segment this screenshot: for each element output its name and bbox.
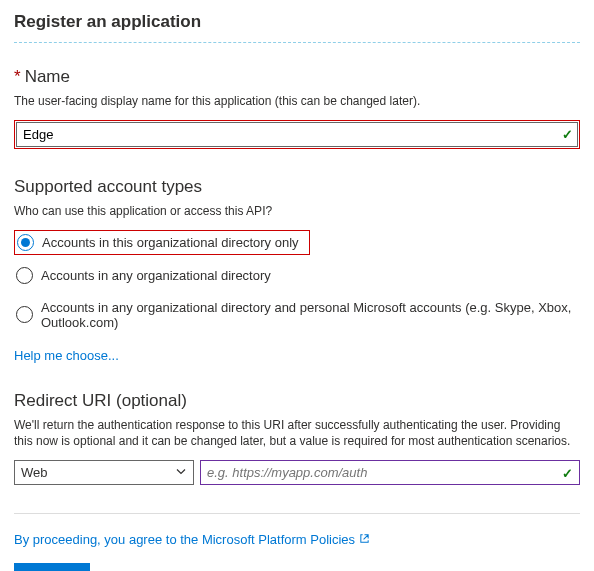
- radio-option-any-org[interactable]: Accounts in any organizational directory: [14, 263, 580, 288]
- check-icon: ✓: [562, 465, 573, 480]
- account-types-section: Supported account types Who can use this…: [14, 177, 580, 363]
- radio-icon: [17, 234, 34, 251]
- redirect-uri-section: Redirect URI (optional) We'll return the…: [14, 391, 580, 486]
- header-separator: [14, 42, 580, 43]
- chevron-down-icon: [175, 465, 187, 480]
- page-title: Register an application: [14, 12, 580, 42]
- redirect-uri-input[interactable]: [201, 461, 579, 484]
- redirect-type-select[interactable]: Web: [14, 460, 194, 485]
- account-types-helper: Who can use this application or access t…: [14, 203, 580, 220]
- platform-policies-link[interactable]: By proceeding, you agree to the Microsof…: [14, 532, 370, 547]
- redirect-heading: Redirect URI (optional): [14, 391, 580, 411]
- radio-icon: [16, 267, 33, 284]
- name-section: *Name The user-facing display name for t…: [14, 67, 580, 149]
- account-types-heading: Supported account types: [14, 177, 580, 197]
- platform-policies-text: By proceeding, you agree to the Microsof…: [14, 532, 355, 547]
- help-me-choose-link[interactable]: Help me choose...: [14, 348, 119, 363]
- name-heading: *Name: [14, 67, 580, 87]
- name-input[interactable]: [16, 122, 578, 147]
- radio-label: Accounts in any organizational directory: [41, 268, 271, 283]
- register-button[interactable]: Register: [14, 563, 90, 571]
- account-types-radio-group: Accounts in this organizational director…: [14, 230, 580, 334]
- radio-label: Accounts in this organizational director…: [42, 235, 299, 250]
- radio-label: Accounts in any organizational directory…: [41, 300, 578, 330]
- redirect-type-value: Web: [21, 465, 48, 480]
- name-input-wrapper: ✓: [14, 120, 580, 149]
- radio-icon: [16, 306, 33, 323]
- radio-option-org-only[interactable]: Accounts in this organizational director…: [14, 230, 310, 255]
- footer-separator: [14, 513, 580, 514]
- check-icon: ✓: [562, 127, 573, 142]
- redirect-uri-row: Web ✓: [14, 460, 580, 485]
- radio-option-any-org-personal[interactable]: Accounts in any organizational directory…: [14, 296, 580, 334]
- redirect-helper: We'll return the authentication response…: [14, 417, 580, 451]
- name-helper: The user-facing display name for this ap…: [14, 93, 580, 110]
- redirect-uri-input-wrapper: ✓: [200, 460, 580, 485]
- required-asterisk: *: [14, 67, 21, 86]
- name-heading-text: Name: [25, 67, 70, 86]
- external-link-icon: [359, 532, 370, 547]
